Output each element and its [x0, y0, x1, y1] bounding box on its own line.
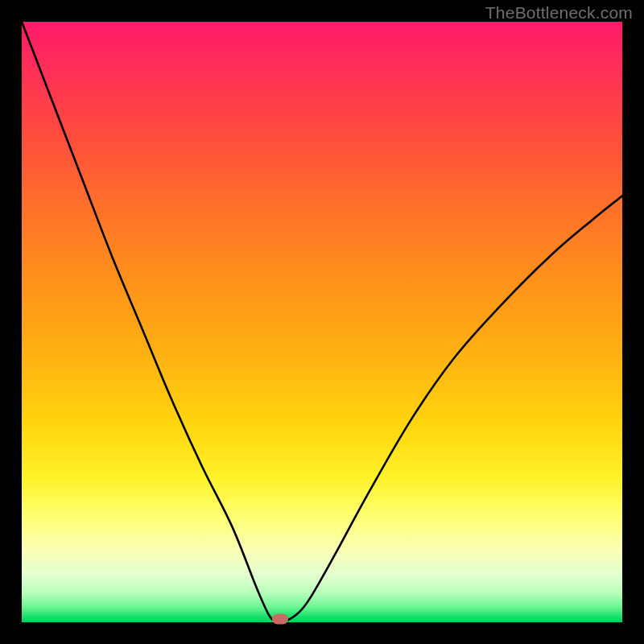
chart-frame: TheBottleneck.com: [0, 0, 644, 644]
watermark-text: TheBottleneck.com: [485, 3, 633, 23]
bottleneck-curve: [22, 22, 622, 622]
optimum-marker: [272, 613, 288, 624]
plot-area: [22, 22, 622, 622]
